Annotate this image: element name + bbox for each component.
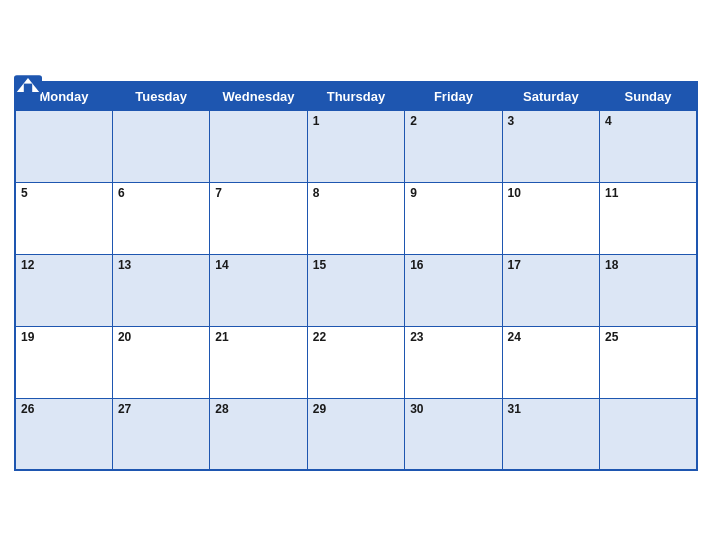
- calendar-day-cell: 27: [112, 398, 209, 470]
- day-number: 26: [21, 402, 34, 416]
- calendar-wrapper: MondayTuesdayWednesdayThursdayFridaySatu…: [0, 65, 712, 486]
- calendar-day-cell: 7: [210, 182, 307, 254]
- calendar-day-cell: 20: [112, 326, 209, 398]
- day-number: 18: [605, 258, 618, 272]
- day-number: 24: [508, 330, 521, 344]
- calendar-day-cell: 25: [600, 326, 697, 398]
- calendar-day-cell: [210, 110, 307, 182]
- day-number: 5: [21, 186, 28, 200]
- day-number: 12: [21, 258, 34, 272]
- day-number: 25: [605, 330, 618, 344]
- day-number: 23: [410, 330, 423, 344]
- calendar-day-cell: 10: [502, 182, 599, 254]
- day-number: 6: [118, 186, 125, 200]
- weekday-header-sunday: Sunday: [600, 82, 697, 111]
- day-number: 30: [410, 402, 423, 416]
- calendar-week-row: 19202122232425: [15, 326, 697, 398]
- calendar-day-cell: 26: [15, 398, 112, 470]
- day-number: 29: [313, 402, 326, 416]
- calendar-day-cell: 23: [405, 326, 502, 398]
- calendar-day-cell: [112, 110, 209, 182]
- calendar-day-cell: 18: [600, 254, 697, 326]
- weekday-header-wednesday: Wednesday: [210, 82, 307, 111]
- day-number: 20: [118, 330, 131, 344]
- day-number: 22: [313, 330, 326, 344]
- day-number: 21: [215, 330, 228, 344]
- day-number: 28: [215, 402, 228, 416]
- logo-area: [14, 75, 42, 95]
- calendar-day-cell: 19: [15, 326, 112, 398]
- day-number: 14: [215, 258, 228, 272]
- calendar-day-cell: 22: [307, 326, 404, 398]
- calendar-day-cell: 30: [405, 398, 502, 470]
- day-number: 13: [118, 258, 131, 272]
- day-number: 31: [508, 402, 521, 416]
- calendar-day-cell: 1: [307, 110, 404, 182]
- day-number: 8: [313, 186, 320, 200]
- calendar-day-cell: 9: [405, 182, 502, 254]
- day-number: 7: [215, 186, 222, 200]
- calendar-day-cell: 5: [15, 182, 112, 254]
- calendar-day-cell: 2: [405, 110, 502, 182]
- calendar-day-cell: 3: [502, 110, 599, 182]
- day-number: 4: [605, 114, 612, 128]
- calendar-week-row: 262728293031: [15, 398, 697, 470]
- generalblue-logo-icon: [14, 75, 42, 95]
- day-number: 9: [410, 186, 417, 200]
- calendar-day-cell: 8: [307, 182, 404, 254]
- calendar-week-row: 12131415161718: [15, 254, 697, 326]
- day-number: 17: [508, 258, 521, 272]
- calendar-day-cell: 21: [210, 326, 307, 398]
- weekday-header-thursday: Thursday: [307, 82, 404, 111]
- weekday-header-row: MondayTuesdayWednesdayThursdayFridaySatu…: [15, 82, 697, 111]
- calendar-day-cell: 12: [15, 254, 112, 326]
- day-number: 11: [605, 186, 618, 200]
- calendar-day-cell: [15, 110, 112, 182]
- calendar-day-cell: 11: [600, 182, 697, 254]
- calendar-day-cell: 13: [112, 254, 209, 326]
- calendar-day-cell: 24: [502, 326, 599, 398]
- calendar-week-row: 567891011: [15, 182, 697, 254]
- calendar-day-cell: 17: [502, 254, 599, 326]
- weekday-header-tuesday: Tuesday: [112, 82, 209, 111]
- calendar-day-cell: 4: [600, 110, 697, 182]
- svg-rect-2: [24, 83, 32, 91]
- day-number: 2: [410, 114, 417, 128]
- day-number: 3: [508, 114, 515, 128]
- day-number: 19: [21, 330, 34, 344]
- calendar-day-cell: 16: [405, 254, 502, 326]
- weekday-header-saturday: Saturday: [502, 82, 599, 111]
- day-number: 15: [313, 258, 326, 272]
- calendar-day-cell: 14: [210, 254, 307, 326]
- calendar-day-cell: 31: [502, 398, 599, 470]
- calendar-week-row: 1234: [15, 110, 697, 182]
- calendar-day-cell: 29: [307, 398, 404, 470]
- day-number: 16: [410, 258, 423, 272]
- day-number: 27: [118, 402, 131, 416]
- calendar-day-cell: 28: [210, 398, 307, 470]
- calendar-day-cell: [600, 398, 697, 470]
- calendar-table: MondayTuesdayWednesdayThursdayFridaySatu…: [14, 81, 698, 472]
- calendar-day-cell: 6: [112, 182, 209, 254]
- day-number: 10: [508, 186, 521, 200]
- calendar-day-cell: 15: [307, 254, 404, 326]
- weekday-header-friday: Friday: [405, 82, 502, 111]
- day-number: 1: [313, 114, 320, 128]
